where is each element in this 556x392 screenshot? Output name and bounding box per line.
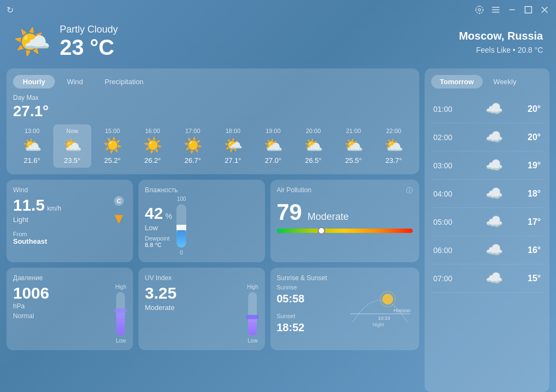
hour-label: 18:00 <box>225 128 241 134</box>
air-value-row: 79 Moderate <box>277 199 413 225</box>
hour-item[interactable]: Now ⛅ 23.5° <box>53 124 91 168</box>
hour-temp: 21.6° <box>24 156 41 165</box>
uv-bar-track <box>248 292 257 336</box>
forecast-time: 02:00 <box>433 133 460 142</box>
header-temp-info: Partly Cloudy 23 °C <box>60 24 118 60</box>
minimize-icon[interactable] <box>507 5 517 15</box>
sunrise-content: Sunrise 05:58 Sunset 18:52 Horizon <box>277 284 413 334</box>
titlebar: ↻ <box>0 0 556 20</box>
uv-row: 3.25 Moderate High Low <box>145 284 258 344</box>
cards-row-1: Wind 11.5 km/h Light C ▼ From Southeast <box>7 180 419 262</box>
forecast-time: 04:00 <box>433 189 460 198</box>
forecast-row: 04:00 ☁️ 18° <box>431 180 543 208</box>
uv-high-label: High <box>247 284 258 290</box>
svg-point-10 <box>382 294 393 305</box>
tab-precipitation[interactable]: Precipitation <box>95 75 154 88</box>
hour-icon: ⛅ <box>304 136 323 154</box>
pressure-bar-area: High Low <box>115 284 127 344</box>
dewpoint-label: Dewpoint <box>145 235 170 242</box>
main-content: Hourly Wind Precipitation Day Max 27.1° … <box>0 68 556 392</box>
wind-arrow-icon: ▼ <box>111 210 127 227</box>
svg-point-1 <box>476 6 483 14</box>
tab-weekly[interactable]: Weekly <box>485 75 525 88</box>
air-indicator <box>318 227 325 235</box>
hour-temp: 26.7° <box>185 156 201 165</box>
uv-label: UV Index <box>145 274 258 282</box>
forecast-temp: 20° <box>528 132 541 142</box>
hour-icon: ☀️ <box>103 136 122 154</box>
cards-row-2: Давление 1006 hPa Normal High Low <box>7 268 419 350</box>
wind-label: Wind <box>13 186 127 194</box>
sunrise-info: Sunrise 05:58 Sunset 18:52 <box>277 284 305 334</box>
tab-hourly[interactable]: Hourly <box>13 75 55 88</box>
sun-arc-svg: Horizon 10:33 Night <box>348 284 413 327</box>
hour-item[interactable]: 15:00 ☀️ 25.2° <box>93 124 131 168</box>
humidity-bar-area: 100 0 <box>176 196 186 256</box>
sunrise-time: 05:58 <box>277 293 305 305</box>
right-panel: Tomorrow Weekly 01:00 ☁️ 20° 02:00 ☁️ 20… <box>425 68 549 392</box>
day-max-label: Day Max <box>13 94 413 102</box>
forecast-time: 07:00 <box>433 274 460 283</box>
hour-icon: ⛅ <box>264 136 283 154</box>
air-pollution-bar <box>277 229 413 233</box>
hour-label: 17:00 <box>185 128 200 134</box>
hour-item[interactable]: 21:00 ⛅ 25.5° <box>334 124 372 168</box>
humidity-unit: % <box>166 212 172 220</box>
uv-value: 3.25 <box>145 284 176 302</box>
wind-direction: Southeast <box>13 237 127 245</box>
hour-label: 19:00 <box>266 128 281 134</box>
humidity-bar-track <box>176 204 186 248</box>
forecast-temp: 15° <box>528 274 541 283</box>
wind-from-label: From <box>13 231 127 237</box>
hour-temp: 23.7° <box>386 156 402 165</box>
hour-temp: 27.1° <box>225 156 242 165</box>
sunrise-label: Sunrise & Sunset <box>277 274 413 282</box>
hour-icon: ⛅ <box>384 136 403 154</box>
hour-temp: 27.0° <box>265 156 282 165</box>
current-temperature: 23 °C <box>60 35 118 60</box>
hour-icon: ☀️ <box>184 136 203 154</box>
humidity-status: Low <box>145 224 172 232</box>
hour-temp: 26.5° <box>305 156 322 165</box>
pressure-bar-fill <box>116 312 125 336</box>
reload-icon[interactable]: ↻ <box>7 5 14 15</box>
day-max-temp: 27.1° <box>13 103 413 120</box>
air-info-icon: ⓘ <box>406 186 413 196</box>
menu-icon[interactable] <box>491 5 501 15</box>
close-icon[interactable] <box>540 5 549 15</box>
wind-card: Wind 11.5 km/h Light C ▼ From Southeast <box>7 180 133 262</box>
forecast-row: 07:00 ☁️ 15° <box>431 264 543 293</box>
hour-item[interactable]: 18:00 🌤️ 27.1° <box>214 124 252 168</box>
hour-item[interactable]: 22:00 ⛅ 23.7° <box>375 124 413 168</box>
tab-tomorrow[interactable]: Tomorrow <box>431 75 483 88</box>
hour-item[interactable]: 20:00 ⛅ 26.5° <box>294 124 332 168</box>
forecast-row: 03:00 ☁️ 19° <box>431 151 543 180</box>
hour-label: 22:00 <box>386 128 401 134</box>
hour-icon: 🌤️ <box>224 136 243 154</box>
hour-label: 15:00 <box>105 128 120 134</box>
hour-item[interactable]: 19:00 ⛅ 27.0° <box>254 124 292 168</box>
hour-item[interactable]: 17:00 ☀️ 26.7° <box>174 124 212 168</box>
forecast-temp: 18° <box>528 189 541 199</box>
wind-c-indicator: C <box>114 196 124 206</box>
header-right: Moscow, Russia Feels Like • 20.8 °C <box>459 30 543 54</box>
svg-rect-6 <box>525 7 532 13</box>
air-label: Air Pollution <box>277 186 312 194</box>
forecast-row: 05:00 ☁️ 17° <box>431 208 543 236</box>
hour-icon: ⛅ <box>344 136 363 154</box>
uv-low-label: Low <box>248 338 257 344</box>
uv-indicator <box>246 315 259 319</box>
current-weather-icon: 🌤️ <box>13 24 51 60</box>
location-icon[interactable] <box>475 5 484 15</box>
tab-wind[interactable]: Wind <box>57 75 93 88</box>
hour-item[interactable]: 13:00 ⛅ 21.6° <box>13 124 51 168</box>
wind-speed: 11.5 <box>13 196 45 214</box>
pressure-value: 1006 <box>13 284 49 302</box>
uv-bar-area: High Low <box>247 284 258 344</box>
humidity-high-label: 100 <box>177 196 186 202</box>
hour-item[interactable]: 16:00 ☀️ 26.2° <box>134 124 172 168</box>
header: 🌤️ Partly Cloudy 23 °C Moscow, Russia Fe… <box>0 20 556 68</box>
maximize-icon[interactable] <box>523 5 533 15</box>
hourly-scroll[interactable]: 13:00 ⛅ 21.6° Now ⛅ 23.5° 15:00 ☀️ 25.2°… <box>13 124 413 168</box>
humidity-indicator <box>176 225 186 230</box>
